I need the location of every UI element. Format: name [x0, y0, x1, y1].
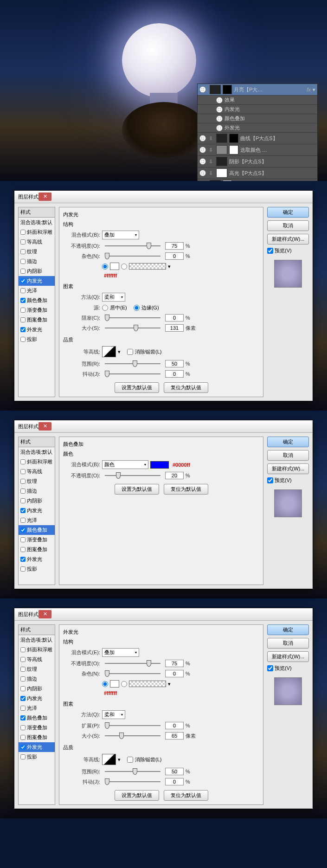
- inner-glow-check[interactable]: [20, 278, 26, 283]
- opacity-input[interactable]: 20: [165, 472, 184, 479]
- color-swatch[interactable]: [150, 461, 169, 469]
- style-satin[interactable]: 光泽: [19, 703, 55, 713]
- mask-thumb[interactable]: [229, 134, 238, 143]
- style-bevel[interactable]: 斜面和浮雕: [19, 227, 55, 237]
- range-input[interactable]: 50: [165, 360, 184, 367]
- inner-shadow-check[interactable]: [20, 269, 26, 274]
- chevron-down-icon[interactable]: ▾: [168, 264, 171, 270]
- color-radio[interactable]: [102, 681, 108, 687]
- cancel-button[interactable]: 取消: [267, 220, 309, 231]
- visibility-icon[interactable]: [199, 135, 206, 141]
- adj-icon[interactable]: [216, 145, 227, 154]
- style-color-overlay[interactable]: 颜色叠加: [19, 713, 55, 723]
- contour-picker[interactable]: [102, 346, 116, 357]
- visibility-icon[interactable]: [199, 147, 206, 153]
- reset-default-button[interactable]: 复位为默认值: [164, 790, 208, 801]
- pattern-overlay-check[interactable]: [20, 317, 26, 322]
- jitter-slider[interactable]: [105, 781, 160, 782]
- visibility-icon[interactable]: [216, 106, 223, 113]
- layer-select-color[interactable]: ⇩选取颜色 …: [198, 144, 317, 156]
- layer-shadow[interactable]: ⇩阴影【P大点S】: [198, 156, 317, 167]
- technique-dropdown[interactable]: 柔和: [102, 710, 125, 719]
- antialias-check[interactable]: [127, 349, 133, 355]
- visibility-icon[interactable]: [199, 158, 206, 165]
- gradient-overlay-check[interactable]: [20, 308, 26, 313]
- contour-picker[interactable]: [102, 754, 116, 765]
- layer-highlight[interactable]: ⇩高光【P大点S】: [198, 167, 317, 179]
- style-outer-glow[interactable]: 外发光: [19, 554, 55, 564]
- contour-check[interactable]: [20, 239, 26, 244]
- choke-slider[interactable]: [105, 317, 160, 318]
- visibility-icon[interactable]: [199, 170, 206, 176]
- visibility-icon[interactable]: [199, 86, 206, 93]
- fx-outer-glow[interactable]: 外发光: [198, 123, 317, 133]
- range-slider[interactable]: [105, 771, 160, 772]
- opacity-slider[interactable]: [105, 245, 160, 246]
- reset-default-button[interactable]: 复位为默认值: [164, 382, 208, 393]
- antialias-check[interactable]: [127, 757, 133, 763]
- style-gradient-overlay[interactable]: 渐变叠加: [19, 305, 55, 315]
- mask-thumb[interactable]: [229, 145, 238, 154]
- gradient-picker[interactable]: [129, 681, 166, 687]
- close-button[interactable]: ✕: [38, 193, 51, 201]
- titlebar[interactable]: 图层样式 ✕: [14, 608, 313, 621]
- close-button[interactable]: ✕: [38, 422, 51, 431]
- style-drop-shadow[interactable]: 投影: [19, 334, 55, 344]
- fx-label[interactable]: fx: [307, 87, 311, 92]
- style-pattern-overlay[interactable]: 图案叠加: [19, 315, 55, 325]
- noise-slider[interactable]: [105, 256, 160, 257]
- stroke-check[interactable]: [20, 259, 26, 264]
- new-style-button[interactable]: 新建样式(W)...: [267, 234, 309, 244]
- ok-button[interactable]: 确定: [267, 624, 309, 635]
- style-texture[interactable]: 纹理: [19, 247, 55, 257]
- style-pattern-overlay[interactable]: 图案叠加: [19, 545, 55, 554]
- style-contour[interactable]: 等高线: [19, 655, 55, 664]
- style-inner-shadow[interactable]: 内阴影: [19, 684, 55, 694]
- style-gradient-overlay[interactable]: 渐变叠加: [19, 535, 55, 545]
- spread-input[interactable]: 0: [165, 722, 184, 729]
- opacity-input[interactable]: 75: [165, 660, 184, 667]
- texture-check[interactable]: [20, 249, 26, 254]
- bevel-check[interactable]: [20, 230, 26, 235]
- choke-input[interactable]: 0: [165, 314, 184, 321]
- jitter-slider[interactable]: [105, 373, 160, 374]
- cancel-button[interactable]: 取消: [267, 450, 309, 461]
- style-texture[interactable]: 纹理: [19, 476, 55, 486]
- style-inner-glow[interactable]: 内发光: [19, 276, 55, 286]
- size-input[interactable]: 65: [165, 732, 184, 739]
- range-input[interactable]: 50: [165, 768, 184, 775]
- style-inner-glow[interactable]: 内发光: [19, 506, 55, 515]
- set-default-button[interactable]: 设置为默认值: [115, 484, 159, 495]
- titlebar[interactable]: 图层样式 ✕: [14, 420, 313, 433]
- style-outer-glow[interactable]: 外发光: [19, 325, 55, 334]
- layer-curves1[interactable]: ⇩曲线【P大点S】: [198, 133, 317, 144]
- jitter-input[interactable]: 0: [165, 778, 184, 785]
- style-drop-shadow[interactable]: 投影: [19, 752, 55, 762]
- layer-moon[interactable]: 月亮【P大… fx ▾: [198, 84, 317, 96]
- color-swatch[interactable]: [110, 680, 119, 688]
- noise-input[interactable]: 0: [165, 670, 184, 677]
- technique-dropdown[interactable]: 柔和: [102, 293, 125, 302]
- visibility-icon[interactable]: [216, 116, 223, 122]
- gradient-picker[interactable]: [129, 263, 166, 270]
- reset-default-button[interactable]: 复位为默认值: [164, 484, 208, 495]
- ok-button[interactable]: 确定: [267, 437, 309, 447]
- layer-thumb[interactable]: [216, 157, 227, 166]
- titlebar[interactable]: 图层样式 ✕: [14, 191, 313, 203]
- adj-icon[interactable]: [216, 134, 227, 143]
- set-default-button[interactable]: 设置为默认值: [115, 790, 159, 801]
- layer-thumb[interactable]: [216, 168, 227, 178]
- gradient-radio[interactable]: [121, 264, 127, 270]
- visibility-icon[interactable]: [216, 97, 223, 103]
- chevron-down-icon[interactable]: ▾: [313, 87, 315, 93]
- style-stroke[interactable]: 描边: [19, 257, 55, 266]
- opacity-slider[interactable]: [105, 663, 160, 664]
- style-pattern-overlay[interactable]: 图案叠加: [19, 733, 55, 742]
- chevron-down-icon[interactable]: ▾: [118, 349, 121, 355]
- size-slider[interactable]: [105, 735, 160, 736]
- style-inner-shadow[interactable]: 内阴影: [19, 496, 55, 506]
- range-slider[interactable]: [105, 363, 160, 364]
- style-inner-shadow[interactable]: 内阴影: [19, 266, 55, 276]
- style-stroke[interactable]: 描边: [19, 674, 55, 684]
- blend-options[interactable]: 混合选项:默认: [19, 218, 55, 227]
